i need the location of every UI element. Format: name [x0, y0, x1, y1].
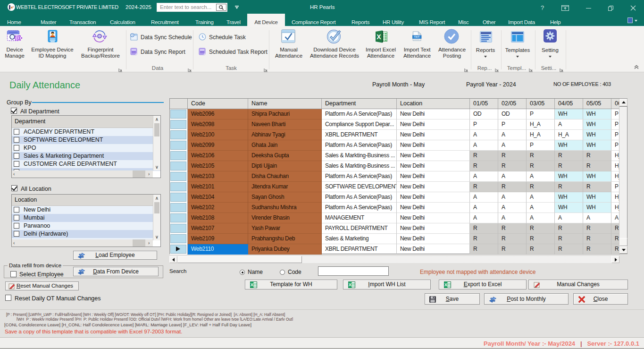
svg-text:X: X — [251, 282, 253, 287]
svg-text:X: X — [349, 282, 351, 287]
svg-text:X: X — [444, 282, 447, 287]
svg-text:X: X — [376, 33, 381, 41]
svg-text:TXT: TXT — [414, 35, 420, 38]
